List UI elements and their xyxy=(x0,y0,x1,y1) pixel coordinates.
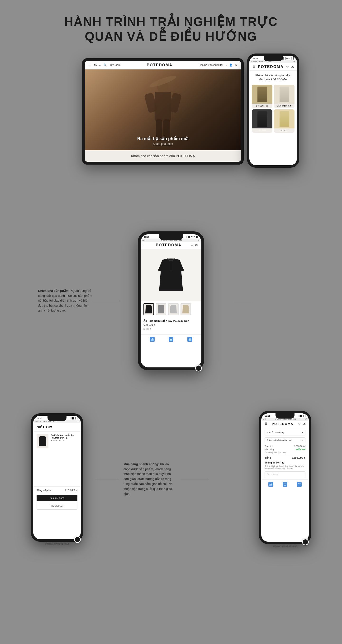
share-icon[interactable] xyxy=(150,337,155,342)
phone-checkout: 15:11 ▐▐▐ ▐▐ A A iPhone 14 Pro 393 × 852… xyxy=(259,411,311,544)
grid-label-4: Áo Po... xyxy=(274,128,295,133)
product-phone-nav: ☰ POTEDOMA ♡ 🛍 xyxy=(141,242,201,249)
arrow-connector-cart xyxy=(90,479,119,480)
battery-icon: ▐▐ xyxy=(291,57,294,60)
svg-point-14 xyxy=(190,340,191,340)
product-brand: POTEDOMA xyxy=(147,243,191,247)
checkout-summary: Tạm tính 1.398.000 đ Giao hàng MIỄN PHÍ … xyxy=(265,445,305,460)
email-input[interactable]: Địa chỉ email xyxy=(265,471,305,477)
cart-total-row: Tổng số phụ: 1.398.000 đ xyxy=(37,489,77,492)
checkout-device-label: iPhone 14 Pro 393 × 852 xyxy=(259,545,311,548)
cart-svg xyxy=(188,338,191,341)
thumb-beige[interactable] xyxy=(180,303,191,315)
refresh-icon: ↺ xyxy=(305,418,307,420)
svg-rect-9 xyxy=(151,339,154,340)
heart-icon: ♡ xyxy=(286,65,289,68)
coupon-dropdown[interactable]: Thêm một phiếu giảm giá ▼ xyxy=(265,437,305,443)
cart-item-name: Áo Polo Nam Ngắn Tay P01 Màu Đen • L xyxy=(51,434,77,440)
phone-checkout-frame: 15:11 ▐▐▐ ▐▐ A A iPhone 14 Pro 393 × 852… xyxy=(259,411,311,544)
chevron-icon: ▼ xyxy=(301,439,303,442)
bag-icon: 🛍 xyxy=(291,65,294,68)
cart-item: Áo Polo Nam Ngắn Tay P01 Màu Đen • L 1 ×… xyxy=(33,432,81,451)
size-label[interactable]: Kích cỡ xyxy=(144,328,198,330)
checkout-button[interactable]: Thanh toán xyxy=(37,503,77,510)
phone-notch xyxy=(264,56,283,61)
tablet-nav-right: Liên hệ với chúng tôi ♡ 👤 🛍 xyxy=(198,64,237,66)
polo-svg xyxy=(157,257,185,293)
phone-notch xyxy=(47,416,66,421)
user-icon: 👤 xyxy=(229,64,232,66)
cart-total: Tổng số phụ: 1.398.000 đ xyxy=(33,486,81,492)
phone-hero-text: Khám phá các sáng tạo độc đáo của POTEDO… xyxy=(249,71,297,84)
status-icons: ▐▐▐ ▐▐ xyxy=(298,415,305,417)
svg-point-19 xyxy=(299,485,299,486)
phone-cart-screen: 15:10 ▐▐▐ ▐▐ iPhone 14 Pro 393 × 852 ✕ G… xyxy=(33,416,81,539)
share-svg xyxy=(151,338,154,341)
signal-icon: ▐▐▐ xyxy=(70,417,74,419)
phone-cart-frame: 15:10 ▐▐▐ ▐▐ iPhone 14 Pro 393 × 852 ✕ G… xyxy=(31,413,83,542)
grid-img-4 xyxy=(274,110,295,128)
cart-device-label: iPhone 14 Pro 393 × 852 xyxy=(31,543,83,545)
thumb-gray[interactable] xyxy=(156,303,166,315)
home-indicator xyxy=(302,539,309,542)
figure-1 xyxy=(257,86,267,102)
phone-cart-wrapper: 15:10 ▐▐▐ ▐▐ iPhone 14 Pro 393 × 852 ✕ G… xyxy=(31,413,83,545)
tablet-bottom-bar: Khám phá các sản phẩm của POTEDOMA xyxy=(85,150,241,162)
share-icon[interactable] xyxy=(268,482,273,487)
home-indicator xyxy=(195,365,201,368)
menu-icon: ☰ xyxy=(89,64,91,66)
status-icons: ▐▐▐ WiFi ▐▐ xyxy=(186,236,198,238)
menu-icon: ☰ xyxy=(253,65,255,68)
battery-icon: ▐▐ xyxy=(195,236,198,238)
title-line1: HÀNH TRÌNH TRẢI NGHIỆM TRỰC xyxy=(64,15,278,28)
description-checkout: Mua hàng nhanh chóng: Khi đã chọn được s… xyxy=(124,462,176,496)
thumb-black[interactable] xyxy=(144,303,154,315)
product-name: Áo Polo Nam Ngắn Tay P01 Màu Đen xyxy=(144,320,198,322)
tablet-screen: ☰ Menu 🔍 Tìm kiếm POTEDOMA Liên hệ với c… xyxy=(85,61,241,162)
cart-item-details: Áo Polo Nam Ngắn Tay P01 Màu Đen • L 1 ×… xyxy=(51,434,77,442)
menu-icon: ☰ xyxy=(265,422,267,426)
wifi-icon: WiFi xyxy=(286,57,290,60)
order-summary-dropdown[interactable]: Tóm tắt đơn hàng ▼ xyxy=(265,430,305,436)
arrow-connector-2 xyxy=(180,479,209,480)
phone-brand: POTEDOMA xyxy=(255,65,286,69)
save-icon[interactable] xyxy=(169,337,173,342)
total-row: Tổng 1.398.000 đ xyxy=(265,455,305,460)
figure-4 xyxy=(280,111,289,127)
tablet-nav-left: ☰ Menu 🔍 Tìm kiếm xyxy=(89,64,121,66)
phone-home: 15:06 ▐▐▐ WiFi ▐▐ iPhone 14 Pro 393 × 85… xyxy=(247,54,299,168)
refresh-icon: ↺ xyxy=(293,61,295,63)
tablet-device: ☰ Menu 🔍 Tìm kiếm POTEDOMA Liên hệ với c… xyxy=(82,58,244,164)
figure-3 xyxy=(257,111,267,127)
cart-icon[interactable] xyxy=(187,337,192,342)
checkout-phone-nav: ☰ POTEDOMA ♡ 🛍 xyxy=(261,421,309,427)
svg-point-13 xyxy=(189,340,190,340)
grid-label-1: Bộ Sưu Tập xyxy=(252,104,272,108)
section-devices-top: ☰ Menu 🔍 Tìm kiếm POTEDOMA Liên hệ với c… xyxy=(0,54,342,201)
thumb-lightgray[interactable] xyxy=(168,303,178,315)
description-checkout-text: Mua hàng nhanh chóng: Khi đã chọn được s… xyxy=(124,462,176,496)
thumb-lightgray-inner xyxy=(170,305,177,314)
tablet-nav: ☰ Menu 🔍 Tìm kiếm POTEDOMA Liên hệ với c… xyxy=(85,61,241,70)
cart-icon[interactable] xyxy=(297,482,302,487)
note-row: Giao hàng đến Việt Nam xyxy=(265,452,305,454)
cart-polo-shirt xyxy=(39,436,46,446)
save-icon[interactable] xyxy=(283,482,287,487)
polo-shirt-image xyxy=(157,257,185,293)
bag-icon: 🛍 xyxy=(195,244,198,247)
save-svg xyxy=(284,483,286,486)
grid-item-1: Bộ Sưu Tập xyxy=(252,85,272,108)
section-checkout: 15:10 ▐▐▐ ▐▐ iPhone 14 Pro 393 × 852 ✕ G… xyxy=(0,396,342,562)
product-thumbnails xyxy=(141,301,201,317)
cart-header: GIỎ HÀNG xyxy=(33,423,81,432)
save-svg xyxy=(170,338,172,341)
description-product: Khám phá sản phẩm: Người dùng dễ dàng lư… xyxy=(38,288,93,313)
heart-icon: ♡ xyxy=(225,64,227,66)
search-icon: 🔍 xyxy=(104,64,107,66)
product-info: Áo Polo Nam Ngắn Tay P01 Màu Đen 699.000… xyxy=(141,317,201,334)
svg-rect-16 xyxy=(270,484,272,486)
section-product: Khám phá sản phẩm: Người dùng dễ dàng lư… xyxy=(0,220,342,382)
view-cart-button[interactable]: Xem giỏ hàng xyxy=(37,495,77,501)
phone-product: 15:08 ▐▐▐ WiFi ▐▐ A A iPhone 14 Pro 393 … xyxy=(138,232,204,370)
hero-silhouette xyxy=(139,74,187,146)
